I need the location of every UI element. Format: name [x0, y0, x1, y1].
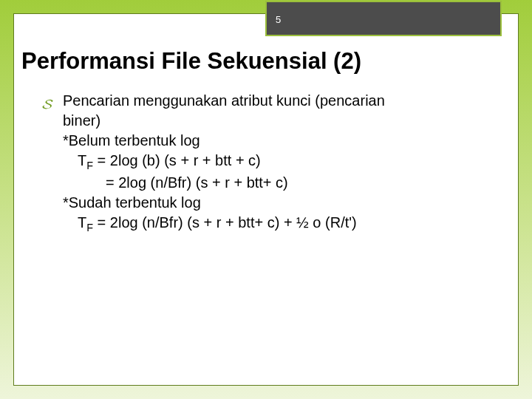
slide-title: Performansi File Sekuensial (2) [21, 48, 511, 75]
swirl-bullet-icon: 𝓢 [42, 95, 52, 113]
page-number: 5 [276, 14, 281, 25]
content-frame: 5 Performansi File Sekuensial (2) 𝓢 Penc… [13, 13, 519, 386]
slide: 5 Performansi File Sekuensial (2) 𝓢 Penc… [0, 0, 532, 399]
equation-2: = 2log (n/Bfr) (s + r + btt+ c) [44, 173, 488, 193]
bullet-tail: menggunakan atribut kunci (pencarian [129, 92, 385, 109]
tf-subscript-2: F [86, 222, 93, 233]
equation-1: TF = 2log (b) (s + r + btt + c) [44, 151, 488, 173]
bullet-item: 𝓢 Pencarian menggunakan atribut kunci (p… [44, 91, 488, 111]
line-has-log: *Sudah terbentuk log [44, 193, 488, 213]
slide-body: 𝓢 Pencarian menggunakan atribut kunci (p… [44, 91, 488, 236]
tf-subscript: F [86, 160, 93, 171]
header-bar: 5 [265, 1, 502, 36]
eq3-rhs: = 2log (n/Bfr) (s + r + btt+ c) + ½ o (R… [93, 214, 357, 231]
tf-var: T [78, 152, 86, 168]
line-biner: biner) [44, 111, 488, 131]
tf-var-2: T [78, 214, 86, 231]
eq1-rhs: = 2log (b) (s + r + btt + c) [93, 152, 261, 168]
bullet-lead: Pencarian [63, 92, 129, 109]
line-not-log: *Belum terbentuk log [44, 131, 488, 151]
equation-3: TF = 2log (n/Bfr) (s + r + btt+ c) + ½ o… [44, 213, 488, 235]
